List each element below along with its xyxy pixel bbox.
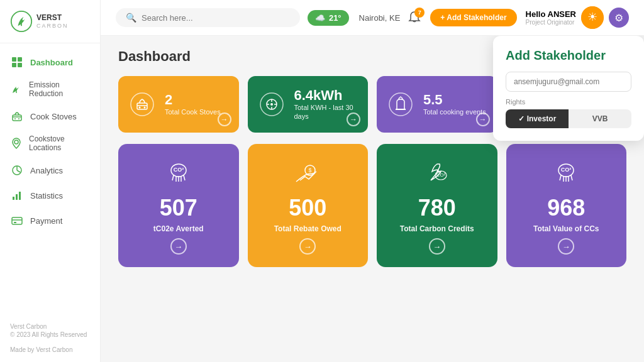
cooking-events-stat-info: 5.5 Total cooking events [423,92,487,116]
svg-rect-2 [18,57,22,62]
svg-point-10 [14,140,18,144]
weather-location: Nairobi, KE [359,13,401,23]
cooking-events-stat-card: 5.5 Total cooking events → [377,76,497,133]
kwh-arrow[interactable]: → [347,112,360,126]
co2-averted-icon: CO² [161,156,196,192]
dropdown-email-input[interactable] [506,72,631,92]
user-role: Project Originator [526,19,576,26]
carbon-credits-label: Total Carbon Credits [400,224,474,233]
search-input[interactable] [142,13,290,23]
svg-rect-14 [19,192,21,200]
rebate-owed-label: Total Rebate Owed [274,224,341,233]
cook-stoves-arrow[interactable]: → [218,112,231,126]
weather-temp: 21° [329,13,341,23]
sidebar-item-label: Payment [30,216,62,226]
svg-point-20 [131,93,153,116]
investor-label: Investor [527,114,557,123]
avatar: ☀ [581,6,604,29]
sidebar-item-statistics[interactable]: Statistics [0,183,100,208]
payment-icon [10,214,24,228]
sidebar-item-payment[interactable]: Payment [0,208,100,233]
svg-text:$: $ [309,167,312,173]
co2-averted-label: tC02e Averted [153,224,204,233]
svg-line-42 [184,175,185,180]
dropdown-title: Add Stakeholder [506,48,631,63]
cookstove-locations-icon [10,136,23,150]
logo-name: VERST [36,14,69,22]
cook-stoves-value: 2 [165,92,229,107]
svg-rect-17 [14,222,16,223]
topbar-right: 7 + Add Stakeholder Hello ANSER Project … [408,6,629,29]
rebate-owed-arrow[interactable]: → [299,238,316,255]
dropdown-option-vvb[interactable]: VVB [569,109,631,128]
cook-stoves-stat-info: 2 Total Cook Stoves [165,92,229,116]
sidebar-footer: Verst Carbon © 2023 All Rights Reserved … [0,315,100,362]
sidebar-item-label: Emission Reduction [29,80,90,98]
add-stakeholder-dropdown: Add Stakeholder Rights ✓ Investor VVB [493,36,644,141]
svg-point-8 [14,118,16,119]
value-ccs-label: Total Value of CCs [533,224,599,233]
emission-reduction-icon [10,82,23,96]
svg-line-38 [172,175,174,180]
cook-stoves-stat-icon [128,90,156,118]
value-ccs-card: CO² 968 Total Value of CCs → [506,144,627,267]
sidebar-item-analytics[interactable]: Analytics [0,158,100,183]
co2-averted-card: CO² 507 tC02e Averted → [118,144,239,267]
footer-made-by: Made by Verst Carbon [10,346,90,353]
settings-button[interactable]: ⚙ [609,8,629,28]
svg-point-27 [270,103,273,106]
svg-rect-21 [137,103,147,109]
svg-point-9 [18,118,19,119]
search-bar[interactable]: 🔍 [116,8,300,27]
dropdown-option-investor[interactable]: ✓ Investor [506,109,569,128]
sidebar-nav: Dashboard Emission Reduction Cook Stoves… [0,43,100,315]
svg-rect-3 [12,63,16,67]
analytics-icon [10,163,24,177]
sidebar-item-label: Statistics [30,191,63,200]
svg-rect-1 [12,57,16,62]
sidebar-item-emission-reduction[interactable]: Emission Reduction [0,75,100,104]
cook-stoves-stat-card: 2 Total Cook Stoves → [118,76,239,133]
sidebar-item-dashboard[interactable]: Dashboard [0,50,100,75]
topbar: 🔍 ☁️ 21° Nairobi, KE 7 + Add Stakeholder… [101,0,644,36]
svg-text:CO²: CO² [174,167,184,173]
co2-averted-arrow[interactable]: → [170,238,187,255]
svg-rect-4 [18,63,22,67]
weather-icon: ☁️ [315,13,325,23]
value-ccs-arrow[interactable]: → [558,238,574,255]
carbon-credits-icon: CO² [419,156,455,192]
kwh-stat-card: 6.4kWh Total KWH - last 30 days → [248,76,369,133]
rebate-owed-card: $ 500 Total Rebate Owed → [248,144,369,267]
svg-line-53 [571,175,572,180]
svg-rect-6 [13,115,21,121]
footer-company: Verst Carbon [10,323,90,330]
carbon-credits-arrow[interactable]: → [429,238,445,255]
sidebar-item-label: Analytics [30,166,63,175]
cooking-events-arrow[interactable]: → [476,112,490,126]
sidebar-item-label: Dashboard [30,58,73,67]
statistics-icon [10,189,24,202]
rebate-owed-icon: $ [290,156,325,192]
main-content: 🔍 ☁️ 21° Nairobi, KE 7 + Add Stakeholder… [101,0,644,362]
vvb-label: VVB [592,114,608,123]
rebate-owed-value: 500 [289,197,326,219]
value-ccs-icon: CO² [548,156,584,192]
add-stakeholder-button[interactable]: + Add Stakeholder [430,9,516,26]
notification-button[interactable]: 7 [408,11,421,25]
svg-line-49 [560,175,561,180]
sidebar-item-cook-stoves[interactable]: Cook Stoves [0,104,100,129]
footer-copyright: © 2023 All Rights Reserved [10,331,90,338]
svg-point-24 [144,107,146,109]
svg-rect-12 [13,197,14,200]
sidebar-item-cookstove-locations[interactable]: Cookstove Locations [0,129,100,158]
big-cards-row: CO² 507 tC02e Averted → [118,144,626,267]
carbon-credits-card: CO² 780 Total Carbon Credits → [377,144,497,267]
value-ccs-value: 968 [547,197,585,219]
sidebar-item-label: Cook Stoves [30,112,77,121]
sidebar: VERST CARBON Dashboard Emission Reductio… [0,0,101,362]
cooking-events-value: 5.5 [423,92,487,107]
cook-stoves-icon [10,109,24,123]
logo: VERST CARBON [0,0,100,43]
kwh-value: 6.4kWh [294,88,358,103]
dropdown-rights-label: Rights [506,98,631,106]
